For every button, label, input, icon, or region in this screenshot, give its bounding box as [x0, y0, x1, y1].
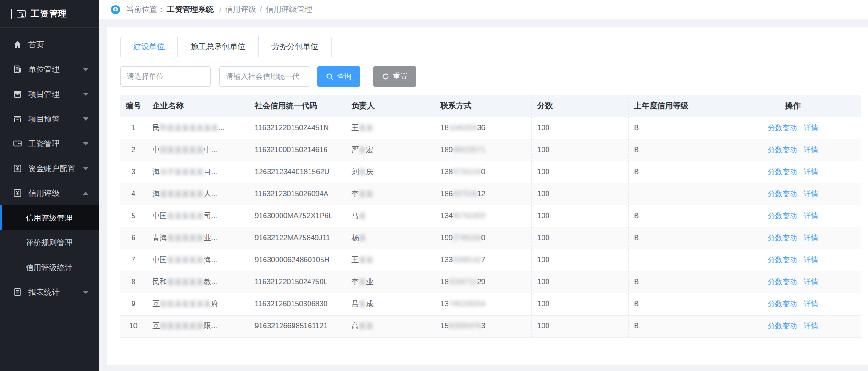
cell-num: 3	[120, 161, 147, 183]
cell-grade	[628, 249, 725, 271]
cell-num: 7	[120, 249, 147, 271]
sidebar-item-report-statistics[interactable]: 报表统计	[0, 280, 99, 305]
redacted-text: 某某	[359, 190, 374, 198]
sidebar-item-evaluation-rule-management[interactable]: 评价规则管理	[0, 230, 99, 255]
score-change-link[interactable]: 分数变动	[768, 190, 797, 198]
yen-icon	[13, 188, 22, 198]
sidebar-item-project-management[interactable]: 项目管理	[0, 82, 99, 106]
tab-construction-unit[interactable]: 建设单位	[120, 36, 178, 57]
detail-link[interactable]: 详情	[803, 322, 818, 330]
score-change-link[interactable]: 分数变动	[768, 146, 797, 154]
cell-name: 青海某某某某某业...	[147, 227, 249, 249]
redacted-text: 和某某某某某某某	[160, 124, 219, 132]
sidebar-item-label: 报表统计	[28, 287, 60, 298]
cell-grade: B	[628, 227, 725, 249]
app-title: 工资管理	[31, 8, 67, 20]
cell-code: 11632122015024451N	[249, 117, 346, 139]
column-header-actions: 操作	[725, 95, 861, 117]
score-change-link[interactable]: 分数变动	[768, 278, 797, 286]
cell-actions: 分数变动详情	[725, 117, 861, 139]
redacted-text: 某某某某某某	[160, 190, 204, 198]
detail-link[interactable]: 详情	[803, 300, 818, 308]
breadcrumb-items: /信用评级/信用评级管理	[216, 4, 312, 15]
breadcrumb-separator: /	[219, 5, 221, 14]
cell-name: 海东市某某某某目...	[147, 161, 249, 183]
cell-code: 11632123015026094A	[249, 183, 346, 205]
table-row: 3海东市某某某某目...12632123440181562U刘某庆1389726…	[120, 161, 861, 183]
reset-button[interactable]: 重置	[373, 66, 416, 87]
score-change-link[interactable]: 分数变动	[768, 322, 797, 330]
table-row: 9互助某某某某某某府116321260150306830吕某成137461582…	[120, 293, 861, 315]
query-button-label: 查询	[337, 72, 352, 82]
cell-person: 王某某	[346, 249, 435, 271]
caret-down-icon	[83, 142, 88, 145]
detail-link[interactable]: 详情	[803, 146, 818, 154]
redacted-text: 助某某某某某某	[160, 300, 211, 308]
cell-person: 高某某	[346, 315, 435, 337]
sidebar-item-unit-management[interactable]: 单位管理	[0, 57, 99, 82]
score-change-link[interactable]: 分数变动	[768, 212, 797, 220]
content-panel: 建设单位施工总承包单位劳务分包单位 查询 重置	[107, 27, 868, 365]
yen-icon	[13, 164, 22, 173]
cell-score: 100	[531, 293, 628, 315]
sidebar-item-salary-management[interactable]: 工资管理	[0, 131, 99, 156]
cell-phone: 13746158204	[435, 293, 531, 315]
detail-link[interactable]: 详情	[803, 234, 818, 242]
query-button[interactable]: 查询	[317, 66, 360, 87]
cell-code: 116321260150306830	[249, 293, 346, 315]
redacted-text: 某某某某某	[167, 212, 204, 220]
sidebar-item-home[interactable]: 首页	[0, 32, 99, 57]
redacted-text: 国某某某某某	[160, 146, 204, 154]
table-row: 10互助某某某某某限...916321266985161121高某某158293…	[120, 315, 861, 337]
cell-num: 4	[120, 183, 147, 205]
credit-code-input[interactable]	[219, 66, 310, 87]
detail-link[interactable]: 详情	[803, 190, 818, 198]
cell-actions: 分数变动详情	[725, 249, 861, 271]
cell-code: 11632122015024750L	[249, 271, 346, 293]
detail-link[interactable]: 详情	[803, 278, 818, 286]
redacted-text: 某	[359, 168, 366, 176]
sidebar-item-fund-account-config[interactable]: 资金账户配置	[0, 156, 99, 181]
cell-name: 中国某某某某某海...	[147, 249, 249, 271]
building-icon	[13, 65, 22, 74]
sidebar-item-credit-rating-statistics[interactable]: 信用评级统计	[0, 255, 99, 280]
redacted-text: 某某某某某	[167, 234, 204, 242]
breadcrumb-root[interactable]: 工资管理系统	[167, 4, 214, 15]
cell-person: 吕某成	[346, 293, 435, 315]
breadcrumb-item[interactable]: 信用评级管理	[265, 4, 312, 15]
cell-person: 李某某	[346, 183, 435, 205]
sidebar-item-credit-rating[interactable]: 信用评级	[0, 181, 99, 205]
redacted-text: 某	[359, 212, 366, 220]
breadcrumb-item[interactable]: 信用评级	[225, 4, 256, 15]
cell-actions: 分数变动详情	[725, 315, 861, 337]
score-change-link[interactable]: 分数变动	[768, 256, 797, 264]
redacted-text: 某某某某某	[167, 256, 204, 264]
cell-phone: 18948023571	[435, 139, 531, 161]
cell-phone: 18104025636	[435, 117, 531, 139]
sidebar-item-project-warning[interactable]: 项目预警	[0, 106, 99, 131]
score-change-link[interactable]: 分数变动	[768, 124, 797, 132]
caret-down-icon	[83, 291, 88, 294]
redacted-text: 某某某某某	[167, 278, 204, 286]
cell-person: 刘某庆	[346, 161, 435, 183]
detail-link[interactable]: 详情	[803, 124, 818, 132]
score-change-link[interactable]: 分数变动	[768, 234, 797, 242]
detail-link[interactable]: 详情	[803, 212, 818, 220]
cell-num: 8	[120, 271, 147, 293]
cell-num: 10	[120, 315, 147, 337]
sidebar-item-credit-rating-management[interactable]: 信用评级管理	[0, 205, 99, 230]
detail-link[interactable]: 详情	[803, 168, 818, 176]
cell-score: 100	[531, 183, 628, 205]
detail-link[interactable]: 详情	[803, 256, 818, 264]
redacted-text: 9726104	[453, 168, 481, 176]
tab-general-contractor-unit[interactable]: 施工总承包单位	[178, 36, 259, 57]
cell-phone: 15829304763	[435, 315, 531, 337]
report-icon	[13, 288, 22, 297]
table-row: 2中国某某某某某中...116321000150214616严某宏1894802…	[120, 139, 861, 161]
unit-select[interactable]	[120, 66, 211, 87]
cell-person: 王某某	[346, 117, 435, 139]
cell-code: 916321266985161121	[249, 315, 346, 337]
score-change-link[interactable]: 分数变动	[768, 168, 797, 176]
score-change-link[interactable]: 分数变动	[768, 300, 797, 308]
tab-labor-subcontract-unit[interactable]: 劳务分包单位	[259, 36, 332, 57]
